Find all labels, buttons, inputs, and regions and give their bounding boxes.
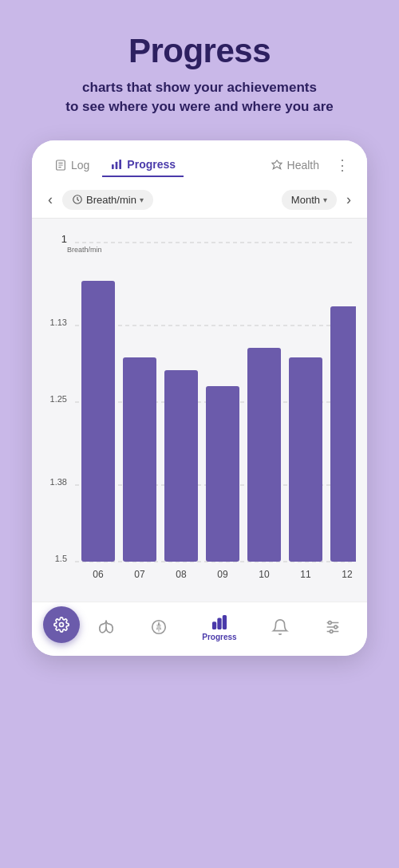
nav-item-progress[interactable]: Progress [194, 610, 244, 645]
svg-text:09: 09 [217, 569, 228, 580]
svg-text:06: 06 [93, 569, 104, 580]
svg-rect-24 [289, 357, 322, 562]
svg-rect-5 [116, 161, 118, 168]
svg-point-46 [330, 630, 333, 633]
page-title: Progress [65, 32, 333, 70]
svg-rect-25 [330, 306, 356, 562]
log-label: Log [71, 159, 89, 172]
svg-rect-40 [223, 615, 227, 629]
nav-item-bell[interactable] [263, 615, 297, 639]
phone-card: Log Progress Health ⋮ ‹ Breath/mi [32, 140, 367, 656]
bottom-nav: Progress [32, 602, 367, 656]
nav-log[interactable]: Log [46, 154, 97, 176]
svg-rect-21 [164, 370, 198, 562]
svg-rect-6 [120, 160, 122, 169]
svg-text:1.38: 1.38 [50, 477, 67, 487]
svg-text:10: 10 [259, 569, 270, 580]
svg-text:08: 08 [176, 569, 187, 580]
subtitle: charts that show your achievements to se… [65, 78, 333, 116]
svg-text:1.13: 1.13 [50, 318, 67, 327]
progress-label: Progress [127, 158, 176, 171]
back-button[interactable]: ‹ [43, 190, 57, 210]
svg-rect-23 [247, 348, 281, 562]
more-options-icon[interactable]: ⋮ [332, 153, 353, 177]
fab-button[interactable] [43, 606, 80, 643]
period-label: Month [291, 194, 320, 206]
metric-arrow: ▾ [140, 195, 144, 204]
svg-rect-20 [123, 357, 156, 562]
metric-label: Breath/min [86, 194, 136, 206]
health-label: Health [287, 159, 319, 172]
header-section: Progress charts that show your achieveme… [41, 0, 357, 132]
svg-rect-39 [218, 618, 221, 629]
svg-text:12: 12 [342, 569, 353, 580]
svg-text:Breath/min: Breath/min [67, 246, 102, 254]
svg-point-44 [329, 621, 332, 625]
top-nav: Log Progress Health ⋮ [32, 140, 367, 183]
nav-item-compass[interactable] [142, 615, 176, 639]
forward-button[interactable]: › [342, 190, 356, 210]
svg-rect-22 [206, 386, 239, 562]
bottom-nav-items: Progress [40, 610, 359, 645]
svg-rect-4 [112, 164, 114, 169]
svg-rect-38 [213, 622, 216, 629]
nav-progress[interactable]: Progress [102, 153, 184, 177]
svg-text:07: 07 [134, 569, 145, 580]
nav-item-lungs[interactable] [89, 615, 123, 639]
svg-text:11: 11 [300, 569, 311, 580]
svg-text:1.25: 1.25 [50, 394, 67, 404]
chart-container: 1 Breath/min 1.13 1.25 1.38 1.5 [32, 219, 367, 602]
svg-point-45 [334, 625, 338, 629]
svg-marker-37 [157, 625, 160, 630]
period-dropdown[interactable]: Month ▾ [282, 190, 337, 210]
svg-rect-19 [81, 281, 115, 562]
period-arrow: ▾ [323, 195, 327, 204]
svg-text:1.5: 1.5 [55, 554, 67, 563]
nav-item-settings[interactable] [316, 615, 350, 639]
chart-area: 1 Breath/min 1.13 1.25 1.38 1.5 [43, 227, 356, 594]
nav-health[interactable]: Health [263, 154, 327, 176]
filter-bar: ‹ Breath/min ▾ Month ▾ › [32, 183, 367, 219]
progress-nav-label: Progress [202, 633, 236, 641]
svg-text:1: 1 [61, 233, 67, 245]
svg-point-33 [60, 622, 64, 626]
metric-dropdown[interactable]: Breath/min ▾ [62, 190, 153, 210]
